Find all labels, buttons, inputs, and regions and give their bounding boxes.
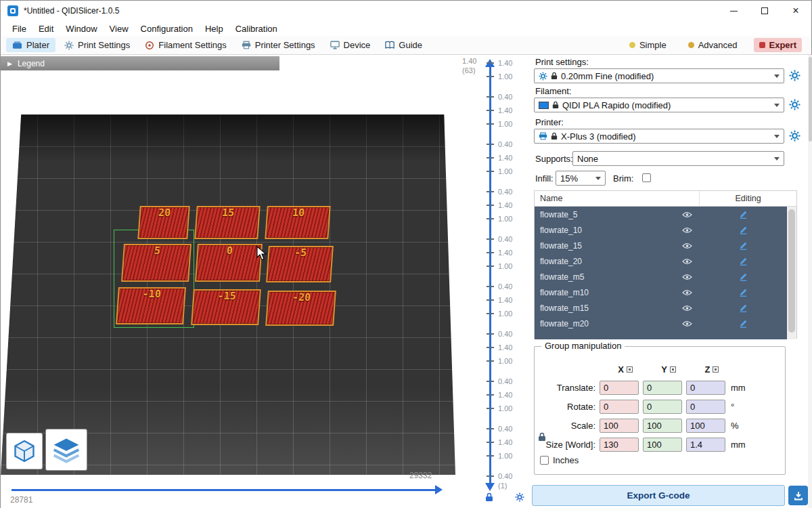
visibility-toggle[interactable] — [675, 211, 699, 218]
value-z-input[interactable]: 0 — [686, 400, 725, 414]
editing-button[interactable] — [699, 272, 787, 281]
object-row[interactable]: flowrate_m10 — [535, 284, 787, 300]
mode-advanced[interactable]: Advanced — [683, 38, 743, 52]
menu-item[interactable]: Configuration — [135, 22, 199, 35]
visibility-toggle[interactable] — [675, 258, 699, 265]
minimize-button[interactable] — [718, 1, 749, 21]
tab-filament-settings[interactable]: Filament Settings — [139, 38, 232, 52]
model-tile[interactable]: -10 — [116, 287, 186, 324]
model-tile[interactable]: 20 — [137, 206, 189, 239]
printer-combo[interactable]: X-Plus 3 (modified) — [534, 129, 784, 144]
editing-button[interactable] — [699, 319, 787, 328]
object-row[interactable]: flowrate_20 — [535, 253, 787, 269]
model-tile[interactable]: 15 — [194, 206, 260, 239]
value-y-input[interactable]: 100 — [643, 419, 682, 433]
object-list-scrollbar[interactable] — [787, 207, 796, 339]
object-name[interactable]: flowrate_10 — [535, 226, 675, 235]
value-x-input[interactable]: 0 — [600, 381, 639, 395]
menu-item[interactable]: View — [104, 22, 135, 35]
export-gcode-button[interactable]: Export G-code — [532, 485, 785, 506]
view-preview-button[interactable] — [45, 429, 87, 471]
axis-coordinate-icon[interactable] — [713, 366, 719, 373]
object-name[interactable]: flowrate_5 — [535, 210, 675, 219]
editing-button[interactable] — [699, 303, 787, 312]
model-tile[interactable]: 5 — [121, 244, 191, 282]
value-x-input[interactable]: 100 — [600, 419, 639, 433]
tab-plater[interactable]: Plater — [6, 38, 55, 52]
tab-guide[interactable]: Guide — [379, 38, 428, 52]
layer-slider-track[interactable] — [489, 67, 491, 483]
object-row[interactable]: flowrate_m5 — [535, 269, 787, 284]
editing-button[interactable] — [699, 241, 787, 250]
value-y-input[interactable]: 100 — [643, 438, 682, 452]
object-name[interactable]: flowrate_20 — [535, 257, 675, 266]
axis-coordinate-icon[interactable] — [670, 366, 676, 373]
value-x-input[interactable]: 0 — [600, 400, 639, 414]
print-settings-edit-gear[interactable] — [789, 70, 800, 81]
view-3d-button[interactable] — [6, 433, 43, 469]
export-to-device-button[interactable] — [788, 486, 808, 505]
object-name[interactable]: flowrate_m10 — [535, 288, 675, 297]
model-tile[interactable]: -5 — [266, 246, 334, 282]
print-settings-combo[interactable]: 0.20mm Fine (modified) — [534, 68, 784, 83]
value-z-input[interactable]: 0 — [686, 381, 725, 395]
slider-gear-icon[interactable] — [515, 492, 524, 502]
tab-print-settings[interactable]: Print Settings — [58, 38, 136, 52]
mode-simple[interactable]: Simple — [624, 38, 672, 52]
uniform-scale-lock-icon[interactable] — [538, 432, 546, 442]
object-row[interactable]: flowrate_m15 — [535, 300, 787, 316]
editing-button[interactable] — [699, 210, 787, 219]
menu-item[interactable]: File — [6, 22, 32, 35]
visibility-toggle[interactable] — [675, 227, 699, 234]
viewport-3d[interactable]: ▶ Legend 20 15 10 5 — [1, 55, 455, 508]
model-tile[interactable]: 0 — [195, 244, 263, 282]
close-button[interactable]: × — [780, 1, 811, 21]
visibility-toggle[interactable] — [675, 289, 699, 296]
tab-device[interactable]: Device — [324, 38, 377, 52]
slider-lock-icon[interactable] — [485, 492, 493, 502]
legend-expand-icon[interactable]: ▶ — [7, 60, 12, 67]
axis-coordinate-icon[interactable] — [627, 366, 633, 373]
model-tile[interactable]: -15 — [191, 289, 261, 325]
object-name[interactable]: flowrate_m20 — [535, 319, 675, 329]
printer-edit-gear[interactable] — [789, 130, 800, 142]
menu-item[interactable]: Help — [199, 22, 229, 35]
menu-item[interactable]: Edit — [32, 22, 60, 35]
filament-combo[interactable]: QIDI PLA Rapido (modified) — [534, 98, 784, 112]
object-name[interactable]: flowrate_m15 — [535, 303, 675, 313]
supports-combo[interactable]: None — [572, 151, 784, 166]
editing-button[interactable] — [699, 288, 787, 297]
object-row[interactable]: flowrate_15 — [535, 238, 787, 253]
editing-button[interactable] — [699, 226, 787, 234]
inches-checkbox[interactable] — [540, 456, 549, 465]
visibility-toggle[interactable] — [675, 242, 699, 249]
maximize-button[interactable] — [749, 1, 780, 21]
scrollbar-thumb[interactable] — [788, 209, 795, 333]
brim-checkbox[interactable] — [642, 173, 651, 182]
menu-item[interactable]: Window — [60, 22, 103, 35]
horizontal-move-slider[interactable] — [12, 489, 435, 491]
hslider-handle-icon[interactable] — [435, 485, 443, 494]
menu-item[interactable]: Calibration — [229, 22, 284, 35]
value-y-input[interactable]: 0 — [643, 400, 682, 414]
object-name[interactable]: flowrate_m5 — [535, 272, 675, 282]
value-z-input[interactable]: 1.4 — [686, 438, 725, 452]
object-row[interactable]: flowrate_m20 — [535, 316, 787, 331]
object-row[interactable]: flowrate_5 — [535, 207, 787, 222]
value-y-input[interactable]: 0 — [643, 381, 682, 395]
tab-printer-settings[interactable]: Printer Settings — [235, 38, 321, 52]
legend-panel[interactable]: ▶ Legend — [1, 56, 279, 70]
visibility-toggle[interactable] — [675, 320, 699, 327]
model-tile[interactable]: 10 — [265, 206, 330, 239]
visibility-toggle[interactable] — [675, 274, 699, 280]
sidebar-scrollbar[interactable] — [808, 55, 812, 508]
value-z-input[interactable]: 100 — [686, 419, 725, 433]
visibility-toggle[interactable] — [675, 305, 699, 312]
sidebar-scrollbar-thumb[interactable] — [809, 57, 812, 142]
value-x-input[interactable]: 130 — [600, 438, 639, 452]
object-row[interactable]: flowrate_10 — [535, 222, 787, 238]
infill-combo[interactable]: 15% — [556, 171, 606, 186]
layer-slider-lower-handle[interactable] — [485, 483, 495, 491]
object-name[interactable]: flowrate_15 — [535, 241, 675, 251]
model-tile[interactable]: -20 — [265, 291, 336, 326]
